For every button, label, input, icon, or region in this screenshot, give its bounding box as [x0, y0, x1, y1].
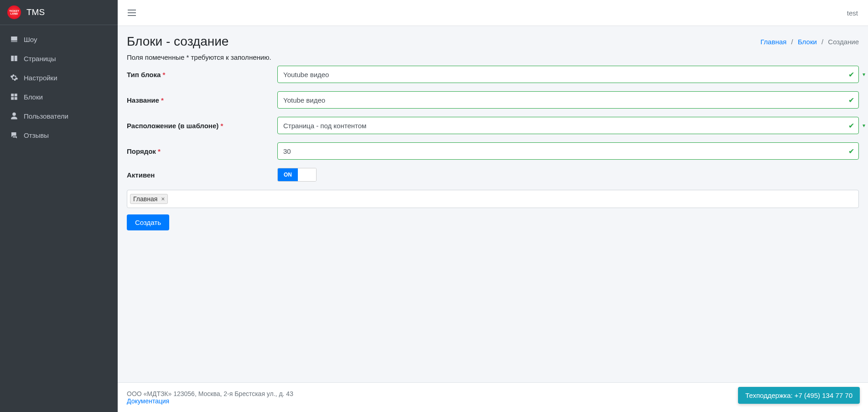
content-header: Блоки - создание Главная / Блоки / Созда…: [118, 26, 868, 53]
row-type: Тип блока * Youtube видео ✔ ▾: [127, 66, 859, 83]
support-button[interactable]: Техподдержка: +7 (495) 134 77 70: [738, 387, 860, 404]
breadcrumb-home[interactable]: Главная: [760, 38, 786, 46]
row-placement: Расположение (в шаблоне) * Страница - по…: [127, 117, 859, 134]
user-icon: [9, 111, 19, 121]
placement-label: Расположение (в шаблоне) *: [127, 122, 277, 130]
brand[interactable]: TICKET LAND TMS: [0, 0, 118, 25]
topbar-user[interactable]: test: [847, 9, 861, 17]
svg-rect-2: [128, 15, 136, 16]
tag-container[interactable]: Главная ×: [127, 190, 859, 208]
grid-icon: [9, 92, 19, 102]
toggle-off-space: [298, 168, 316, 181]
sidebar-item-users[interactable]: Пользователи: [4, 106, 114, 125]
sidebar-item-reviews[interactable]: Отзывы: [4, 125, 114, 145]
comments-icon: [9, 130, 19, 140]
svg-rect-0: [128, 10, 136, 10]
brand-logo: TICKET LAND: [7, 5, 21, 19]
footer-docs-link[interactable]: Документация: [127, 397, 169, 405]
main: test Блоки - создание Главная / Блоки / …: [118, 0, 868, 412]
sidebar-item-label: Блоки: [24, 93, 43, 101]
tag-remove-icon[interactable]: ×: [161, 195, 165, 203]
sidebar-item-label: Страницы: [24, 55, 56, 63]
monitor-icon: [9, 34, 19, 44]
page-title: Блоки - создание: [127, 34, 229, 49]
tag-label: Главная: [133, 195, 157, 203]
topbar: test: [118, 0, 868, 26]
sidebar-item-settings[interactable]: Настройки: [4, 68, 114, 87]
name-label: Название *: [127, 96, 277, 104]
toggle-on-label: ON: [278, 168, 298, 181]
sidebar-item-label: Шоу: [24, 36, 37, 43]
row-active: Активен ON: [127, 168, 859, 182]
sidebar-nav: Шоу Страницы Настройки Блоки Пользовател…: [0, 25, 118, 149]
sidebar-item-label: Пользователи: [24, 112, 68, 120]
chevron-down-icon: ▾: [863, 122, 865, 129]
type-label: Тип блока *: [127, 71, 277, 78]
active-label: Активен: [127, 171, 277, 179]
brand-name: TMS: [26, 7, 45, 17]
tag-item: Главная ×: [130, 194, 168, 204]
hamburger-button[interactable]: [125, 7, 139, 19]
sidebar: TICKET LAND TMS Шоу Страницы Настройки Б…: [0, 0, 118, 412]
order-input[interactable]: [277, 142, 859, 160]
gear-icon: [9, 73, 19, 83]
order-label: Порядок *: [127, 147, 277, 155]
row-name: Название * ✔: [127, 91, 859, 109]
active-toggle[interactable]: ON: [277, 168, 317, 182]
submit-button[interactable]: Создать: [127, 214, 169, 230]
chevron-down-icon: ▾: [863, 71, 865, 78]
row-order: Порядок * ✔: [127, 142, 859, 160]
form-hint: Поля помеченные * требуются к заполнению…: [127, 53, 859, 61]
columns-icon: [9, 53, 19, 63]
sidebar-item-label: Отзывы: [24, 131, 49, 139]
sidebar-item-pages[interactable]: Страницы: [4, 49, 114, 68]
breadcrumb: Главная / Блоки / Создание: [760, 38, 859, 46]
breadcrumb-parent[interactable]: Блоки: [798, 38, 817, 46]
placement-select[interactable]: Страница - под контентом: [277, 117, 859, 134]
breadcrumb-current: Создание: [828, 38, 859, 46]
svg-rect-1: [128, 12, 136, 13]
sidebar-item-blocks[interactable]: Блоки: [4, 87, 114, 106]
sidebar-item-label: Настройки: [24, 74, 57, 82]
content: Поля помеченные * требуются к заполнению…: [118, 53, 868, 412]
sidebar-item-show[interactable]: Шоу: [4, 30, 114, 49]
type-select[interactable]: Youtube видео: [277, 66, 859, 83]
name-input[interactable]: [277, 91, 859, 109]
